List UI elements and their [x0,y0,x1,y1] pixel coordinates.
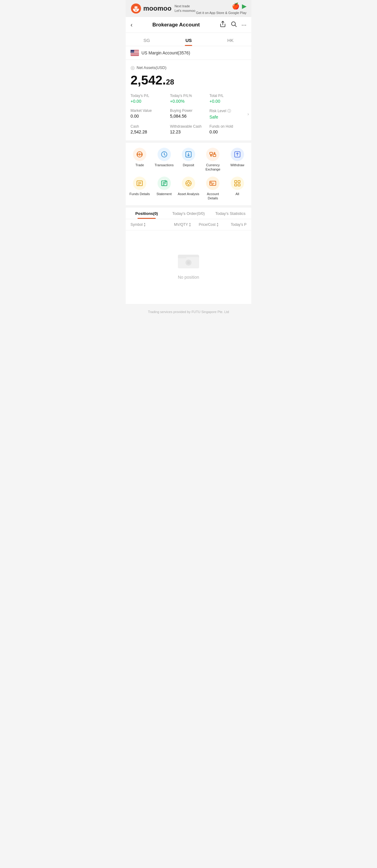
stats-grid: Today's P/L +0.00 Today's P/L% +0.00% To… [131,94,246,134]
svg-point-11 [232,22,236,26]
stat-label: Withdrawable Cash [170,124,207,129]
sort-icon: ▲▼ [216,222,219,227]
svg-text:★★★★★★★★★: ★★★★★★★★★ [131,51,139,53]
svg-point-39 [187,182,190,184]
th-todays-p[interactable]: Today's P [219,222,246,227]
empty-text: No position [178,275,199,280]
withdraw-icon [234,151,241,158]
apple-store-icon[interactable]: 🍎 [232,2,239,10]
net-assets-value: 2,542.28 [131,73,246,88]
stat-label: Total P/L [209,94,246,98]
store-text: Get it on App Store & Google Play [196,11,246,14]
asset-analysis-icon [185,180,192,187]
stat-label: Risk Level ⓘ [209,108,246,114]
positions-tabs: Positions(0) Today's Order(0/0) Today's … [126,208,251,219]
table-header: Symbol ▲▼ MV/QTY ▲▼ Price/Cost ▲▼ Today'… [126,219,251,230]
tab-sg[interactable]: SG [136,35,157,46]
action-currency-exchange[interactable]: Currency Exchange [201,148,224,172]
stat-risk-level: Risk Level ⓘ Safe [209,108,246,119]
stat-market-value: Market Value 0.00 [131,108,168,119]
action-label: Statement [157,192,172,196]
th-symbol[interactable]: Symbol ▲▼ [131,222,164,227]
back-button[interactable]: ‹ [131,21,133,28]
action-grid: Trade Transactions Deposit [126,143,251,205]
svg-point-5 [134,8,135,9]
more-icon[interactable]: ··· [241,21,246,28]
funds-icon [136,180,143,187]
moomoo-logo-icon [131,3,141,14]
stat-withdrawable-cash: Withdrawable Cash 12.23 [170,124,207,134]
logo[interactable]: moomoo [131,3,172,14]
action-funds-details[interactable]: Funds Details [128,177,151,200]
svg-rect-19 [131,55,139,56]
action-label: All [236,192,239,196]
footer-text: Trading services provided by FUTU Singap… [148,310,229,314]
stat-label: Cash [131,124,168,129]
stat-value: 0.00 [131,114,168,119]
stat-cash: Cash 2,542.28 [131,124,168,134]
action-label: Trade [135,163,144,167]
google-play-icon[interactable]: ▶ [242,2,246,10]
stat-value: 5,084.56 [170,114,207,119]
stat-label: Today's P/L% [170,94,207,98]
stat-todays-pl: Today's P/L +0.00 [131,94,168,104]
top-banner: moomoo Next trade Let's moomoo 🍎 ▶ Get i… [126,0,251,17]
tagline: Next trade Let's moomoo [175,4,196,13]
account-selector[interactable]: ★★★★★★★★★ US Margin Account(3576) [126,46,251,60]
tab-us[interactable]: US [178,35,199,46]
share-icon[interactable] [219,21,226,29]
stat-value: +0.00 [131,99,168,104]
svg-rect-18 [131,54,139,55]
search-icon[interactable] [230,21,237,29]
account-name: US Margin Account(3576) [141,51,190,55]
action-label: Asset Analysis [178,192,199,196]
action-deposit[interactable]: Deposit [177,148,200,172]
action-label: Account Details [201,192,224,200]
stat-label: Funds on Hold [209,124,246,129]
stat-total-pl: Total P/L +0.00 [209,94,246,104]
tab-hk[interactable]: HK [220,35,241,46]
stats-arrow[interactable]: › [247,112,249,116]
action-trade[interactable]: Trade [128,148,151,172]
svg-rect-43 [238,181,240,183]
action-label: Deposit [183,163,194,167]
stat-label: Market Value [131,108,168,113]
svg-rect-27 [210,152,212,154]
page-header: ‹ Brokerage Account ··· [126,17,251,33]
th-mv-qty[interactable]: MV/QTY ▲▼ [164,222,191,227]
statement-icon [161,180,168,187]
svg-rect-42 [235,181,237,183]
svg-rect-45 [238,184,240,186]
action-label: Transactions [155,163,174,167]
stat-value: +0.00 [209,99,246,104]
stat-todays-pl-pct: Today's P/L% +0.00% [170,94,207,104]
stat-value: 0.00 [209,129,246,134]
action-all[interactable]: All [226,177,249,200]
action-withdraw[interactable]: Withdraw [226,148,249,172]
tab-todays-order[interactable]: Today's Order(0/0) [168,208,209,219]
action-statement[interactable]: Statement [152,177,175,200]
sort-icon: ▲▼ [143,222,146,227]
svg-rect-48 [178,255,186,258]
action-account-details[interactable]: Account Details [201,177,224,200]
svg-point-41 [210,182,212,183]
eye-icon[interactable]: ◎ [131,65,135,70]
svg-rect-17 [131,53,139,54]
transactions-icon [161,151,168,158]
empty-folder-icon [176,249,201,270]
empty-state: No position [126,230,251,304]
svg-point-6 [137,8,138,9]
tab-todays-statistics[interactable]: Today's Statistics [209,208,251,219]
action-asset-analysis[interactable]: Asset Analysis [177,177,200,200]
logo-text: moomoo [143,5,172,12]
tab-positions[interactable]: Positions(0) [126,208,168,219]
us-flag-icon: ★★★★★★★★★ [131,50,139,56]
net-assets-label: ◎ Net Assets(USD) [131,65,246,70]
stat-label: Today's P/L [131,94,168,98]
action-transactions[interactable]: Transactions [152,148,175,172]
region-tabs: SG US HK [126,33,251,46]
deposit-icon [185,151,192,158]
stat-buying-power: Buying Power 5,084.56 [170,108,207,119]
page-title: Brokerage Account [152,22,200,28]
th-price-cost[interactable]: Price/Cost ▲▼ [191,222,219,227]
